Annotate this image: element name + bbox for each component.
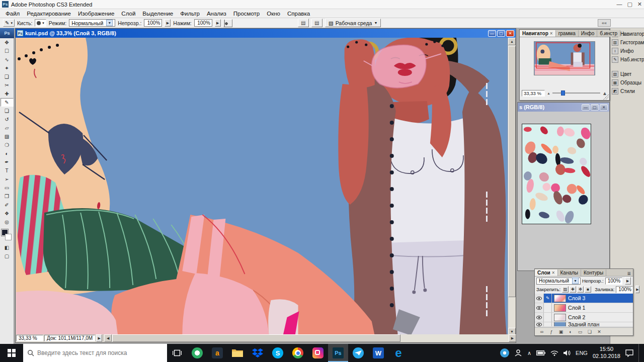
visibility-cell[interactable] [535,322,544,326]
layer-fill-field[interactable]: 100% [616,286,633,293]
layer-thumbnail[interactable] [554,322,566,327]
new-group-button[interactable]: ▭ [576,328,584,335]
dock-item-swatches[interactable]: ▦Образцы [610,78,644,87]
marquee-tool[interactable]: ☐ [1,47,14,55]
menu-item-3[interactable]: Слой [118,10,139,18]
search-input[interactable] [37,349,153,356]
crop-tool[interactable]: ❑ [1,72,14,81]
palette-menu-icon[interactable]: ≣ [620,32,628,37]
shape-tool[interactable]: ▭ [1,184,14,192]
dock-item-styles[interactable]: ◩Стили [610,87,644,96]
menu-item-4[interactable]: Выделение [139,10,177,18]
doc1-titlebar[interactable]: Ps kuni.psd @ 33,3% (Слой 3, RGB/8) — ▢ … [16,29,516,38]
doc1-close-button[interactable]: ✕ [506,30,514,37]
history-brush-tool[interactable]: ↺ [1,115,14,124]
task-view-button[interactable] [167,344,187,362]
palette-image[interactable] [522,124,591,224]
slice-tool[interactable]: ✂ [1,81,14,89]
scroll-left-icon[interactable]: ◀ [104,334,112,342]
add-mask-button[interactable]: ▣ [557,328,565,335]
status-menu-button[interactable]: ▶ [96,334,102,342]
workspace-menu-button[interactable]: ▧ Рабочая среда ▼ [325,19,381,27]
flow-field[interactable]: 100% [194,19,212,27]
cortana-tray-icon[interactable] [500,348,509,357]
eyedropper-tool[interactable]: ✐ [1,201,14,209]
app-instagram[interactable] [308,344,328,362]
layer-blend-mode-select[interactable]: Нормальный▾ [536,278,581,285]
menu-item-2[interactable]: Изображение [74,10,118,18]
layer-thumbnail[interactable] [554,295,566,302]
brush-tool[interactable]: ✎ [1,98,14,107]
palette-menu-icon[interactable]: ≣ [625,271,633,276]
app-photoshop[interactable]: Ps [328,344,348,362]
lock-pixels-button[interactable]: ✚ [570,286,576,293]
vertical-scrollbar[interactable]: ▲ ▼ [508,38,515,335]
dock-item-color[interactable]: ▧Цвет [610,70,644,78]
tab-paths[interactable]: Контуры [581,269,606,276]
start-button[interactable] [0,344,23,362]
tab-channels[interactable]: Каналы [558,269,582,276]
doc2-minimize-button[interactable]: — [582,104,590,111]
adjustment-layer-button[interactable]: ◐ [567,328,575,335]
doc2-restore-button[interactable]: ▢ [591,104,599,111]
quick-mask-button[interactable]: ◧ [1,243,14,252]
show-desktop-button[interactable] [638,344,641,362]
app-word[interactable]: W [368,344,388,362]
layer-thumbnail[interactable] [554,304,566,312]
app-chrome[interactable] [288,344,308,362]
doc2-titlebar[interactable]: s (RGB/8) — ▢ ✕ [518,103,609,112]
hand-tool[interactable]: ❖ [1,209,14,218]
layer-row[interactable]: ✎ Слой 3 [535,294,633,303]
navigator-thumbnail[interactable] [534,41,595,75]
lock-all-button[interactable]: ■ [585,286,591,293]
layer-style-button[interactable]: ƒ [547,328,555,335]
delete-layer-button[interactable]: ✕ [595,328,603,335]
healing-brush-tool[interactable]: ✚ [1,89,14,98]
airbrush-toggle-button[interactable] [223,19,232,27]
layer-fill-slider-button[interactable]: ▶ [635,286,639,293]
current-tool-chip[interactable]: ✎▾ [3,19,15,27]
toggle-clone-source-button[interactable]: ▤ [311,19,323,27]
quick-selection-tool[interactable]: ✦ [1,64,14,72]
app-browser[interactable] [187,344,207,362]
tab-navigator[interactable]: Навигатор× [520,30,556,37]
layer-row[interactable]: Задний план [535,322,633,327]
path-selection-tool[interactable]: ➢ [1,175,14,184]
flow-slider-button[interactable]: ▶ [215,19,221,27]
zoom-out-icon[interactable]: ▲ [547,92,550,95]
vertical-scroll-thumb[interactable] [508,46,516,297]
opacity-slider-button[interactable]: ▶ [165,19,171,27]
navigator-zoom-slider[interactable] [552,90,600,96]
type-tool[interactable]: T [1,166,14,175]
app-skype[interactable]: S [268,344,288,362]
visibility-cell[interactable] [535,303,544,312]
app-dropbox[interactable] [248,344,268,362]
tab-histogram[interactable]: грамма [556,30,579,37]
palette-resize-grip[interactable] [603,94,609,100]
gradient-tool[interactable]: ▨ [1,132,14,141]
tab-close-icon[interactable]: × [552,270,555,276]
menu-item-1[interactable]: Редактирование [23,10,74,18]
taskbar-search[interactable] [23,344,167,362]
collapse-dock-button[interactable]: «« [598,19,611,27]
tab-tool-presets[interactable]: б.инстр [597,30,620,37]
layer-row[interactable]: Слой 1 [535,303,633,313]
hidden-icons-chevron[interactable]: ∧ [527,350,531,356]
zoom-level-field[interactable]: 33,33 % [16,335,43,341]
doc2-close-button[interactable]: ✕ [600,104,608,111]
scroll-up-icon[interactable]: ▲ [508,38,516,45]
link-layers-button[interactable]: ∞ [538,328,546,335]
blur-tool[interactable]: ❍ [1,141,14,149]
people-icon[interactable] [514,349,522,356]
notes-tool[interactable]: ❐ [1,192,14,201]
lock-position-button[interactable]: ✥ [577,286,584,293]
app-amazon[interactable]: a [207,344,227,362]
app-maximize-button[interactable]: ▢ [627,1,632,8]
battery-icon[interactable] [536,350,545,355]
menu-item-8[interactable]: Окно [263,10,284,18]
doc1-restore-button[interactable]: ▢ [497,30,505,37]
dock-item-histogram[interactable]: ▥Гистограмма [610,38,644,47]
menu-item-9[interactable]: Справка [284,10,313,18]
layer-opacity-slider-button[interactable]: ▶ [625,277,631,285]
brush-preset-picker[interactable]: ▾ [35,19,46,27]
